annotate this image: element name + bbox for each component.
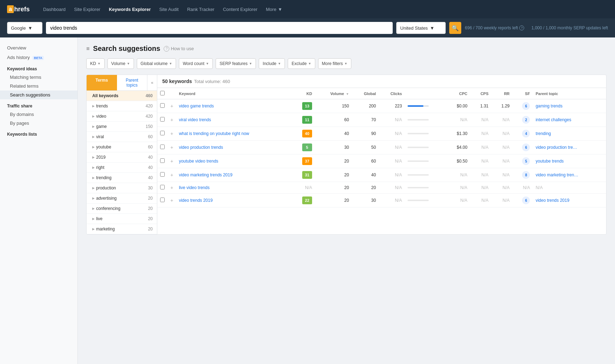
group-name: ▶ marketing	[92, 227, 115, 231]
global-cell: 70	[352, 113, 379, 127]
group-item[interactable]: ▶ youtube 60	[87, 142, 157, 152]
group-item[interactable]: ▶ game 150	[87, 122, 157, 132]
clicks-cell: 223	[379, 99, 405, 113]
search-button[interactable]: 🔍	[449, 22, 461, 34]
group-item[interactable]: ▶ marketing 20	[87, 224, 157, 234]
monthly-reports: 1,000 / 1,000 monthly SERP updates left	[531, 25, 608, 30]
parent-topic-link[interactable]: internet challenges	[535, 117, 571, 122]
filter-global-volume[interactable]: Global volume ▼	[137, 58, 176, 69]
sidebar-item-ads-history[interactable]: Ads history BETA	[0, 53, 77, 62]
row-checkbox[interactable]	[160, 145, 165, 149]
keyword-link[interactable]: live video trends	[179, 185, 210, 190]
tab-parent-topics[interactable]: Parent topics	[117, 75, 147, 90]
add-keyword-button[interactable]: +	[168, 194, 176, 207]
row-checkbox[interactable]	[160, 158, 165, 163]
th-global[interactable]: Global	[352, 88, 379, 99]
parent-topic-link[interactable]: gaming trends	[535, 104, 562, 108]
group-item[interactable]: ▶ advertising 20	[87, 193, 157, 204]
keyword-link[interactable]: video game trends	[179, 104, 214, 108]
group-item[interactable]: ▶ live 20	[87, 214, 157, 224]
filter-serp-features[interactable]: SERP features ▼	[216, 58, 256, 69]
row-checkbox[interactable]	[160, 172, 165, 177]
filter-volume[interactable]: Volume ▼	[107, 58, 134, 69]
row-checkbox[interactable]	[160, 131, 165, 135]
group-item[interactable]: ▶ trends 420	[87, 101, 157, 111]
how-to-use-link[interactable]: ? How to use	[164, 46, 194, 52]
select-all-checkbox[interactable]	[160, 91, 165, 95]
th-cps[interactable]: CPS	[470, 88, 491, 99]
th-clicks[interactable]: Clicks	[379, 88, 405, 99]
row-checkbox[interactable]	[160, 198, 165, 202]
logo[interactable]: a hrefs	[7, 5, 30, 13]
row-checkbox[interactable]	[160, 185, 165, 189]
nav-more[interactable]: More ▼	[262, 5, 286, 14]
sf-badge: 5	[522, 157, 530, 165]
group-item[interactable]: ▶ viral 60	[87, 132, 157, 142]
keyword-link[interactable]: video trends 2019	[179, 198, 212, 203]
sidebar-item-overview[interactable]: Overview	[0, 43, 77, 53]
add-keyword-button[interactable]: +	[168, 168, 176, 182]
keyword-link[interactable]: viral video trends	[179, 117, 211, 122]
th-volume[interactable]: Volume ▼	[315, 88, 352, 99]
collapse-button[interactable]: «	[147, 75, 157, 90]
add-keyword-button[interactable]: +	[168, 154, 176, 168]
keyword-link[interactable]: what is trending on youtube right now	[179, 131, 249, 136]
group-item[interactable]: ▶ trending 40	[87, 173, 157, 183]
parent-topic-link[interactable]: video trends 2019	[535, 198, 569, 203]
th-cpc[interactable]: CPC	[445, 88, 470, 99]
nav-keywords-explorer[interactable]: Keywords Explorer	[105, 5, 154, 14]
keyword-link[interactable]: video production trends	[179, 145, 223, 150]
parent-topic-link[interactable]: youtube trends	[535, 159, 563, 164]
filter-kd[interactable]: KD ▼	[86, 58, 105, 69]
keyword-link[interactable]: video marketing trends 2019	[179, 172, 232, 177]
group-item[interactable]: ▶ conferencing 20	[87, 204, 157, 214]
keyword-table-body: + video game trends 13 150 200 223 $0.00…	[157, 99, 606, 207]
th-keyword[interactable]: Keyword	[176, 88, 291, 99]
help-circle-icon[interactable]: ?	[519, 25, 524, 30]
add-keyword-button[interactable]: +	[168, 113, 176, 127]
group-item[interactable]: All keywords 460	[87, 91, 157, 101]
add-keyword-button[interactable]: +	[168, 99, 176, 113]
sidebar-item-matching-terms[interactable]: Matching terms	[0, 73, 77, 82]
nav-rank-tracker[interactable]: Rank Tracker	[183, 5, 218, 14]
engine-select[interactable]: Google ▼	[7, 22, 42, 34]
th-sf[interactable]: SF	[512, 88, 533, 99]
group-item[interactable]: ▶ right 40	[87, 163, 157, 173]
add-keyword-button[interactable]: +	[168, 127, 176, 141]
country-select[interactable]: United States ▼	[396, 22, 446, 34]
add-keyword-button[interactable]: +	[168, 141, 176, 154]
parent-topic-link[interactable]: trending	[535, 131, 551, 136]
add-keyword-button[interactable]: +	[168, 182, 176, 194]
row-checkbox[interactable]	[160, 103, 165, 108]
parent-topic-link[interactable]: video production tre…	[535, 145, 577, 150]
sidebar-item-by-domains[interactable]: By domains	[0, 110, 77, 119]
filter-word-count[interactable]: Word count ▼	[179, 58, 213, 69]
nav-content-explorer[interactable]: Content Explorer	[219, 5, 261, 14]
clicks-bar-cell	[405, 127, 445, 141]
keyword-link[interactable]: youtube video trends	[179, 159, 218, 164]
parent-topic-link[interactable]: video marketing tren…	[535, 172, 578, 177]
search-input[interactable]	[46, 22, 393, 34]
menu-icon[interactable]: ≡	[86, 46, 89, 52]
tab-terms[interactable]: Terms	[87, 75, 117, 90]
sidebar-item-search-suggestions[interactable]: Search suggestions	[0, 90, 77, 99]
th-checkbox	[157, 88, 168, 99]
group-item[interactable]: ▶ video 420	[87, 111, 157, 122]
filter-more[interactable]: More filters ▼	[318, 58, 351, 69]
row-checkbox[interactable]	[160, 117, 165, 122]
th-parent-topic[interactable]: Parent topic	[533, 88, 606, 99]
sidebar-item-by-pages[interactable]: By pages	[0, 119, 77, 128]
nav-dashboard[interactable]: Dashboard	[40, 5, 69, 14]
th-rr[interactable]: RR	[491, 88, 512, 99]
word-count-chevron-icon: ▼	[206, 62, 209, 65]
filter-exclude[interactable]: Exclude ▼	[288, 58, 315, 69]
group-item[interactable]: ▶ production 30	[87, 183, 157, 193]
sidebar-item-related-terms[interactable]: Related terms	[0, 82, 77, 90]
th-kd[interactable]: KD	[291, 88, 315, 99]
nav-site-explorer[interactable]: Site Explorer	[71, 5, 104, 14]
filter-include[interactable]: Include ▼	[259, 58, 285, 69]
group-item[interactable]: ▶ 2019 40	[87, 152, 157, 163]
nav-site-audit[interactable]: Site Audit	[156, 5, 182, 14]
sf-cell: N/A	[512, 182, 533, 194]
volume-cell: 20	[315, 154, 352, 168]
